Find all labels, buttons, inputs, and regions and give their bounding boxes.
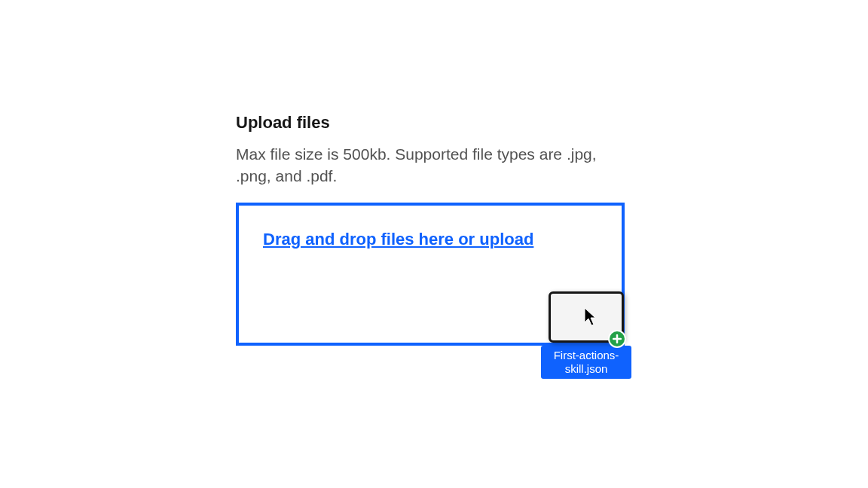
- upload-link[interactable]: Drag and drop files here or upload: [263, 228, 533, 252]
- upload-title: Upload files: [236, 113, 628, 133]
- drag-file-label: First-actions-skill.json: [541, 346, 631, 379]
- upload-widget: Upload files Max file size is 500kb. Sup…: [236, 113, 628, 346]
- file-icon: [549, 291, 624, 343]
- plus-add-icon: [608, 330, 626, 348]
- file-dropzone[interactable]: Drag and drop files here or upload First…: [236, 203, 625, 346]
- drag-file-preview: First-actions-skill.json: [541, 291, 631, 379]
- upload-description: Max file size is 500kb. Supported file t…: [236, 143, 628, 188]
